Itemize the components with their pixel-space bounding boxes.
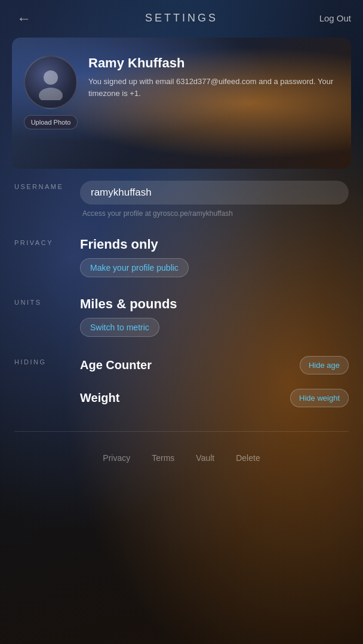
age-counter-item: Age Counter Hide age xyxy=(80,356,349,374)
make-profile-public-button[interactable]: Make your profile public xyxy=(80,258,189,277)
privacy-row: PRIVACY Friends only Make your profile p… xyxy=(14,237,349,277)
username-input[interactable] xyxy=(80,181,349,205)
username-label: USERNAME xyxy=(14,181,80,190)
username-row: USERNAME Access your profile at gyrosco.… xyxy=(14,181,349,218)
privacy-value: Friends only xyxy=(80,237,349,252)
hiding-items: Age Counter Hide age Weight Hide weight xyxy=(80,356,349,422)
settings-content: USERNAME Access your profile at gyrosco.… xyxy=(0,181,363,422)
privacy-label: PRIVACY xyxy=(14,237,80,246)
units-label: UNITS xyxy=(14,296,80,306)
profile-description: You signed up with email 6312d377@uifeed… xyxy=(88,76,339,99)
profile-info: Ramy Khuffash You signed up with email 6… xyxy=(88,55,339,99)
delete-link[interactable]: Delete xyxy=(231,451,264,465)
header: ← SETTINGS Log Out xyxy=(0,0,363,30)
profile-card: Upload Photo Ramy Khuffash You signed up… xyxy=(12,38,351,169)
terms-link[interactable]: Terms xyxy=(147,451,179,465)
logout-button[interactable]: Log Out xyxy=(319,13,351,23)
svg-point-1 xyxy=(39,88,63,100)
user-avatar-icon xyxy=(33,64,69,100)
hide-age-button[interactable]: Hide age xyxy=(300,356,349,374)
footer-divider xyxy=(14,431,349,432)
profile-name: Ramy Khuffash xyxy=(88,55,339,71)
footer-links: Privacy Terms Vault Delete xyxy=(0,441,363,483)
hiding-label: HIDING xyxy=(14,356,80,366)
hide-weight-button[interactable]: Hide weight xyxy=(290,389,349,407)
svg-point-0 xyxy=(44,70,58,85)
privacy-link[interactable]: Privacy xyxy=(98,451,135,465)
upload-photo-button[interactable]: Upload Photo xyxy=(24,115,78,129)
vault-link[interactable]: Vault xyxy=(191,451,219,465)
back-icon: ← xyxy=(17,10,31,26)
units-row: UNITS Miles & pounds Switch to metric xyxy=(14,296,349,337)
username-hint: Access your profile at gyrosco.pe/ramykh… xyxy=(80,209,349,218)
avatar-container: Upload Photo xyxy=(24,55,78,129)
weight-item: Weight Hide weight xyxy=(80,389,349,407)
avatar xyxy=(24,55,78,109)
units-value: Miles & pounds xyxy=(80,296,349,312)
privacy-block: Friends only Make your profile public xyxy=(80,237,349,277)
units-block: Miles & pounds Switch to metric xyxy=(80,296,349,337)
age-counter-label: Age Counter xyxy=(80,358,152,372)
back-button[interactable]: ← xyxy=(12,8,36,29)
username-block: Access your profile at gyrosco.pe/ramykh… xyxy=(80,181,349,218)
page-title: SETTINGS xyxy=(145,12,218,24)
hiding-row: HIDING Age Counter Hide age Weight Hide … xyxy=(14,356,349,422)
switch-to-metric-button[interactable]: Switch to metric xyxy=(80,318,159,337)
weight-label: Weight xyxy=(80,391,119,405)
